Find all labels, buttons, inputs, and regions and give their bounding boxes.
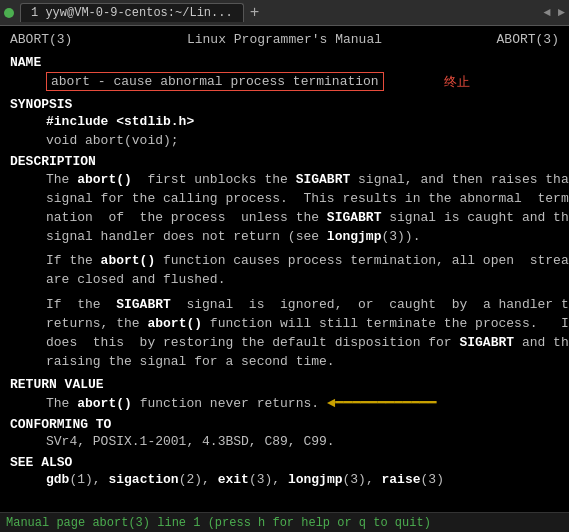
stop-annotation: 终止 [444, 73, 470, 91]
tab-dot [4, 8, 14, 18]
synopsis-include: #include <stdlib.h> [10, 114, 559, 129]
sigabrt-bold-1: SIGABRT [296, 172, 351, 187]
return-text-pre: The abort() function never returns. [46, 396, 319, 411]
conforming-content: SVr4, POSIX.1-2001, 4.3BSD, C89, C99. [10, 434, 559, 449]
desc-p2-l2: are closed and flushed. [46, 271, 559, 290]
desc-p2-l1: If the abort() function causes process t… [46, 252, 559, 271]
section-conforming-title: CONFORMING TO [10, 417, 559, 432]
desc-p1-l4: signal handler does not return (see long… [46, 228, 559, 247]
terminal-window: 1 yyw@VM-0-9-centos:~/Lin... + ◄ ► ABORT… [0, 0, 569, 532]
desc-para2: If the abort() function causes process t… [10, 252, 559, 290]
section-name: NAME abort - cause abnormal process term… [10, 55, 559, 91]
synopsis-void: void abort(void); [10, 133, 559, 148]
section-synopsis-title: SYNOPSIS [10, 97, 559, 112]
status-bar-text: Manual page abort(3) line 1 (press h for… [6, 516, 431, 530]
longjmp-bold-1: longjmp [327, 229, 382, 244]
section-see-also: SEE ALSO gdb(1), sigaction(2), exit(3), … [10, 455, 559, 487]
see-also-content: gdb(1), sigaction(2), exit(3), longjmp(3… [10, 472, 559, 487]
section-description-title: DESCRIPTION [10, 154, 559, 169]
abort-description: abort - cause abnormal process terminati… [46, 72, 384, 91]
sigabrt-bold-4: SIGABRT [459, 335, 514, 350]
longjmp-link: longjmp [288, 472, 343, 487]
section-conforming: CONFORMING TO SVr4, POSIX.1-2001, 4.3BSD… [10, 417, 559, 449]
desc-p1-l2: signal for the calling process. This res… [46, 190, 559, 209]
synopsis-include-text: #include <stdlib.h> [46, 114, 194, 129]
raise-link: raise [382, 472, 421, 487]
desc-p3-l2: returns, the abort() function will still… [46, 315, 559, 334]
desc-p1-l1: The abort() first unblocks the SIGABRT s… [46, 171, 559, 190]
man-header-left: ABORT(3) [10, 32, 72, 47]
section-description: DESCRIPTION The abort() first unblocks t… [10, 154, 559, 371]
man-page-header: ABORT(3) Linux Programmer's Manual ABORT… [10, 32, 559, 47]
desc-p3-l4: raising the signal for a second time. [46, 353, 559, 372]
desc-p3-l1: If the SIGABRT signal is ignored, or cau… [46, 296, 559, 315]
abort-bold-2: abort() [101, 253, 156, 268]
tab-arrows[interactable]: ◄ ► [543, 6, 565, 20]
sigabrt-bold-3: SIGABRT [116, 297, 171, 312]
section-return-title: RETURN VALUE [10, 377, 559, 392]
man-header-right: ABORT(3) [497, 32, 559, 47]
section-see-also-title: SEE ALSO [10, 455, 559, 470]
tab-plus-button[interactable]: + [250, 4, 260, 22]
section-synopsis: SYNOPSIS #include <stdlib.h> void abort(… [10, 97, 559, 148]
section-name-title: NAME [10, 55, 559, 70]
section-return-value: RETURN VALUE The abort() function never … [10, 377, 559, 411]
desc-para1: The abort() first unblocks the SIGABRT s… [10, 171, 559, 246]
abort-bold-1: abort() [77, 172, 132, 187]
name-box: abort - cause abnormal process terminati… [46, 72, 384, 91]
abort-bold-3: abort() [147, 316, 202, 331]
tab-label[interactable]: 1 yyw@VM-0-9-centos:~/Lin... [20, 3, 244, 22]
exit-link: exit [218, 472, 249, 487]
man-page-content: ABORT(3) Linux Programmer's Manual ABORT… [0, 26, 569, 512]
status-bar: Manual page abort(3) line 1 (press h for… [0, 512, 569, 532]
man-header-center: Linux Programmer's Manual [187, 32, 382, 47]
abort-bold-4: abort() [77, 396, 132, 411]
gdb-link: gdb [46, 472, 69, 487]
synopsis-void-text: void abort(void); [46, 133, 179, 148]
desc-para3: If the SIGABRT signal is ignored, or cau… [10, 296, 559, 371]
desc-p1-l3: nation of the process unless the SIGABRT… [46, 209, 559, 228]
return-content: The abort() function never returns. ◄━━━… [10, 394, 559, 411]
tab-bar: 1 yyw@VM-0-9-centos:~/Lin... + ◄ ► [0, 0, 569, 26]
sigaction-link: sigaction [108, 472, 178, 487]
desc-p3-l3: does this by restoring the default dispo… [46, 334, 559, 353]
return-arrow: ◄━━━━━━━━━━━━ [327, 395, 437, 411]
sigabrt-bold-2: SIGABRT [327, 210, 382, 225]
name-content-line: abort - cause abnormal process terminati… [10, 72, 559, 91]
